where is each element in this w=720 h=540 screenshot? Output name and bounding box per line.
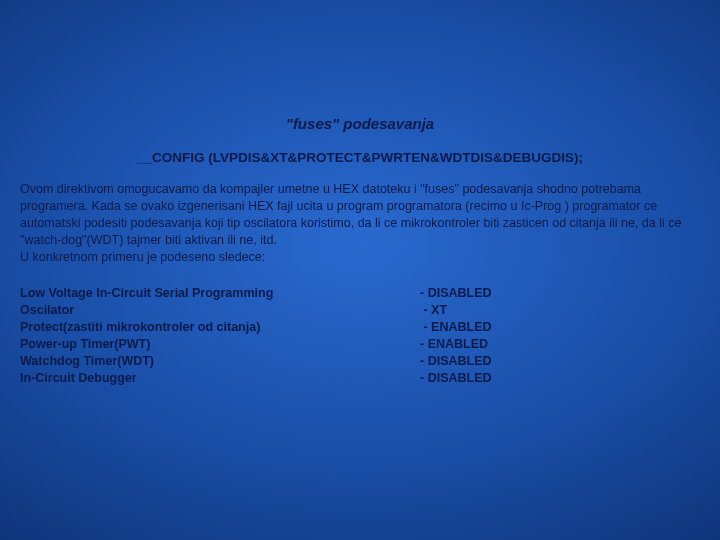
config-directive: __CONFIG (LVPDIS&XT&PROTECT&PWRTEN&WDTDI… xyxy=(20,150,700,165)
setting-label: Watchdog Timer(WDT) xyxy=(20,353,420,370)
slide-content: "fuses" podesavanja __CONFIG (LVPDIS&XT&… xyxy=(20,115,700,387)
slide-title: "fuses" podesavanja xyxy=(20,115,700,132)
settings-labels-column: Low Voltage In-Circuit Serial Programmin… xyxy=(20,285,420,386)
setting-value: - DISABLED xyxy=(420,370,560,387)
settings-values-column: - DISABLED - XT - ENABLED - ENABLED - DI… xyxy=(420,285,560,386)
setting-value: - ENABLED xyxy=(420,336,560,353)
setting-value: - DISABLED xyxy=(420,285,560,302)
setting-value: - XT xyxy=(420,302,560,319)
setting-label: Oscilator xyxy=(20,302,420,319)
setting-label: In-Circuit Debugger xyxy=(20,370,420,387)
setting-label: Protect(zastiti mikrokontroler od citanj… xyxy=(20,319,420,336)
setting-label: Power-up Timer(PWT) xyxy=(20,336,420,353)
description-paragraph: Ovom direktivom omogucavamo da kompajler… xyxy=(20,181,700,265)
setting-value: - ENABLED xyxy=(420,319,560,336)
settings-table: Low Voltage In-Circuit Serial Programmin… xyxy=(20,285,700,386)
setting-label: Low Voltage In-Circuit Serial Programmin… xyxy=(20,285,420,302)
setting-value: - DISABLED xyxy=(420,353,560,370)
